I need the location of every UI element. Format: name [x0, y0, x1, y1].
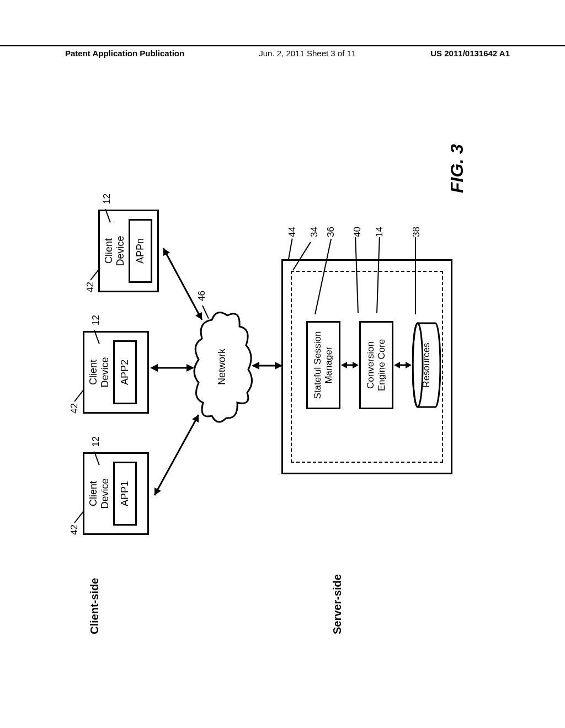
client-device-n: Client Device APPn — [98, 210, 159, 292]
resources-cylinder: Resources — [412, 321, 441, 409]
svg-marker-10 — [252, 362, 259, 370]
ref-40: 40 — [352, 227, 363, 237]
svg-marker-5 — [186, 364, 194, 372]
ref-34: 34 — [309, 227, 320, 237]
header-center: Jun. 2, 2011 Sheet 3 of 11 — [259, 49, 356, 58]
client-device-1-title: Client Device — [88, 454, 111, 533]
header-left: Patent Application Publication — [65, 49, 184, 58]
server-inner-dashed: Stateful Session Manager Conversion Engi… — [291, 271, 443, 463]
svg-line-6 — [163, 248, 202, 320]
ref-12-c3: 12 — [102, 194, 113, 204]
arrow-net-server — [250, 357, 284, 374]
client-device-1: Client Device APP1 — [83, 452, 149, 535]
server-side-label: Server-side — [331, 574, 344, 634]
ref-12-c2: 12 — [90, 315, 102, 325]
ref-12-c1: 12 — [90, 436, 102, 447]
client-device-n-title: Client Device — [103, 211, 126, 291]
ref-14: 14 — [374, 227, 385, 237]
client-device-2-title: Client Device — [88, 333, 111, 412]
client-side-label: Client-side — [88, 578, 101, 634]
lead-38 — [415, 237, 416, 314]
svg-marker-18 — [394, 362, 400, 368]
server-box: Stateful Session Manager Conversion Engi… — [281, 259, 452, 474]
ref-38: 38 — [411, 227, 422, 237]
network-label: Network — [216, 309, 228, 425]
svg-marker-19 — [406, 362, 412, 368]
svg-marker-4 — [150, 364, 158, 372]
ref-44: 44 — [287, 227, 298, 237]
lead-44 — [288, 238, 293, 259]
ref-42-c2: 42 — [69, 403, 80, 414]
client-device-n-app: APPn — [129, 219, 152, 283]
client-device-2-app: APP2 — [113, 340, 137, 404]
arrow-c3-net — [158, 243, 207, 325]
arrow-cec-res — [393, 360, 412, 371]
header-right: US 2011/0131642 A1 — [430, 49, 510, 58]
svg-line-0 — [154, 415, 199, 495]
client-device-1-app: APP1 — [113, 462, 137, 526]
network-cloud: Network — [193, 309, 254, 425]
client-device-2: Client Device APP2 — [83, 331, 149, 414]
page-header: Patent Application Publication Jun. 2, 2… — [0, 45, 565, 58]
svg-marker-15 — [341, 362, 347, 368]
stateful-session-manager: Stateful Session Manager — [306, 321, 340, 409]
figure-3: Client-side Server-side FIG. 3 Client De… — [72, 94, 491, 645]
ref-36: 36 — [326, 227, 337, 237]
ref-42-c1: 42 — [69, 524, 80, 535]
arrow-c2-net — [149, 360, 195, 376]
figure-page: Client-side Server-side FIG. 3 Client De… — [44, 66, 519, 673]
resources-label: Resources — [421, 321, 432, 409]
figure-label: FIG. 3 — [447, 144, 467, 193]
arrow-ssm-cec — [340, 360, 359, 371]
conversion-engine-core: Conversion Engine Core — [359, 321, 393, 409]
arrow-c1-net — [149, 408, 204, 502]
svg-marker-16 — [353, 362, 359, 368]
ref-42-c3: 42 — [85, 282, 96, 292]
